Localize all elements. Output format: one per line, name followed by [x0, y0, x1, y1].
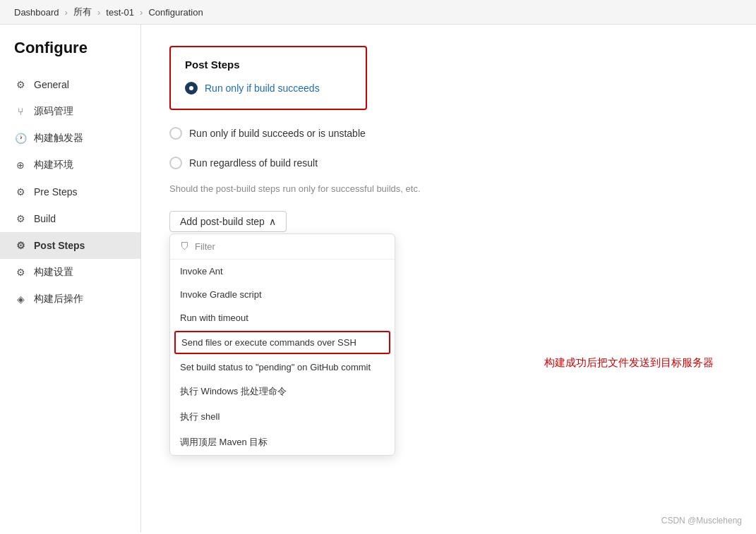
breadcrumb-dashboard[interactable]: Dashboard — [14, 7, 59, 18]
sidebar-label-general: General — [34, 79, 69, 90]
radio-circle-unstable — [169, 127, 182, 140]
sidebar-label-settings: 构建设置 — [34, 266, 73, 279]
radio-label-regardless: Run regardless of build result — [189, 157, 318, 169]
annotation-text: 构建成功后把文件发送到目标服务器 — [544, 356, 714, 370]
add-post-build-step-button[interactable]: Add post-build step ∧ — [169, 211, 287, 232]
gear-icon-settings: ⚙ — [14, 266, 27, 279]
cube-icon: ◈ — [14, 293, 27, 305]
radio-circle-selected — [185, 82, 198, 95]
sidebar-label-build: Build — [34, 213, 56, 224]
filter-icon: ⛉ — [180, 241, 189, 252]
dropdown-item-ant[interactable]: Invoke Ant — [170, 260, 395, 283]
globe-icon: ⊕ — [14, 159, 27, 171]
gear-icon: ⚙ — [14, 78, 27, 91]
gear-icon-post: ⚙ — [14, 239, 27, 252]
radio-section-regardless: Run regardless of build result — [169, 154, 728, 172]
radio-section-unstable: Run only if build succeeds or is unstabl… — [169, 124, 728, 142]
sidebar-item-env[interactable]: ⊕ 构建环境 — [0, 152, 140, 178]
sidebar-item-presteps[interactable]: ⚙ Pre Steps — [0, 178, 140, 205]
radio-option-regardless[interactable]: Run regardless of build result — [169, 154, 728, 172]
sidebar-item-postactions[interactable]: ◈ 构建后操作 — [0, 286, 140, 312]
breadcrumb-project[interactable]: test-01 — [106, 7, 134, 18]
sidebar-item-triggers[interactable]: 🕐 构建触发器 — [0, 125, 140, 152]
sidebar-label-env: 构建环境 — [34, 159, 73, 171]
sidebar-item-build[interactable]: ⚙ Build — [0, 205, 140, 232]
watermark: CSDN @Muscleheng — [661, 516, 742, 526]
post-steps-selected-box: Post Steps Run only if build succeeds — [169, 46, 367, 110]
dropdown-item-gradle[interactable]: Invoke Gradle script — [170, 283, 395, 306]
sidebar: Configure ⚙ General ⑂ 源码管理 🕐 构建触发器 ⊕ 构建环… — [0, 25, 141, 533]
dropdown-item-timeout[interactable]: Run with timeout — [170, 306, 395, 329]
breadcrumb-all[interactable]: 所有 — [73, 6, 92, 18]
dropdown-item-ssh[interactable]: Send files or execute commands over SSH — [174, 331, 390, 354]
sidebar-label-postactions: 构建后操作 — [34, 293, 83, 305]
radio-option-selected[interactable]: Run only if build succeeds — [185, 79, 352, 97]
sidebar-label-triggers: 构建触发器 — [34, 132, 83, 145]
dropdown-item-github[interactable]: Set build status to "pending" on GitHub … — [170, 356, 395, 379]
content-area: Post Steps Run only if build succeeds Ru… — [141, 25, 756, 533]
sidebar-item-general[interactable]: ⚙ General — [0, 71, 140, 98]
radio-option-unstable[interactable]: Run only if build succeeds or is unstabl… — [169, 124, 728, 142]
branch-icon: ⑂ — [14, 105, 27, 118]
sidebar-label-source: 源码管理 — [34, 105, 73, 118]
sidebar-item-poststeps[interactable]: ⚙ Post Steps — [0, 232, 140, 259]
sidebar-label-poststeps: Post Steps — [34, 240, 85, 251]
hint-text: Should the post-build steps run only for… — [169, 183, 728, 194]
sidebar-title: Configure — [0, 39, 140, 71]
gear-icon-pre: ⚙ — [14, 186, 27, 198]
filter-row[interactable]: ⛉ Filter — [170, 234, 395, 260]
radio-label-selected: Run only if build succeeds — [205, 83, 320, 94]
dropdown-menu: ⛉ Filter Invoke Ant Invoke Gradle script… — [169, 233, 395, 456]
dropdown-item-maven[interactable]: 调用顶层 Maven 目标 — [170, 430, 395, 455]
gear-icon-build: ⚙ — [14, 212, 27, 225]
sidebar-item-settings[interactable]: ⚙ 构建设置 — [0, 259, 140, 286]
sidebar-label-presteps: Pre Steps — [34, 186, 77, 198]
chevron-up-icon: ∧ — [269, 216, 276, 227]
radio-label-unstable: Run only if build succeeds or is unstabl… — [189, 128, 366, 139]
breadcrumb: Dashboard › 所有 › test-01 › Configuration — [0, 0, 756, 25]
filter-placeholder: Filter — [195, 241, 215, 252]
radio-circle-regardless — [169, 157, 182, 169]
dropdown-item-shell[interactable]: 执行 shell — [170, 404, 395, 430]
dropdown-item-windows[interactable]: 执行 Windows 批处理命令 — [170, 379, 395, 404]
post-steps-box-title: Post Steps — [185, 59, 352, 71]
clock-icon: 🕐 — [14, 132, 27, 145]
sidebar-item-source[interactable]: ⑂ 源码管理 — [0, 98, 140, 125]
breadcrumb-current: Configuration — [148, 7, 203, 18]
add-step-label: Add post-build step — [180, 216, 265, 227]
